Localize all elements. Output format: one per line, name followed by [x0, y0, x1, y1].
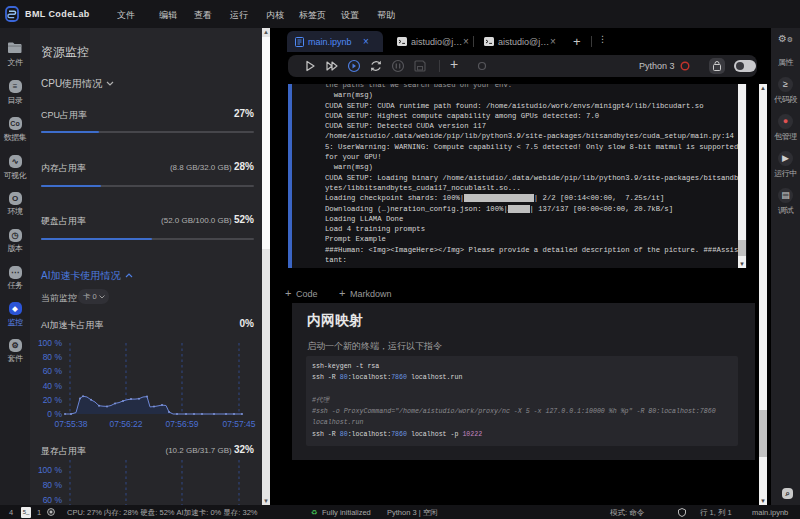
- svg-text:20 %: 20 %: [43, 395, 63, 405]
- svg-text:07:55:38: 07:55:38: [54, 419, 87, 429]
- svg-text:07:57:45: 07:57:45: [222, 419, 255, 429]
- svg-text:07:56:22: 07:56:22: [109, 419, 142, 429]
- svg-text:100 %: 100 %: [38, 338, 63, 348]
- svg-text:100 %: 100 %: [38, 465, 63, 475]
- svg-text:07:56:59: 07:56:59: [165, 419, 198, 429]
- svg-text:80 %: 80 %: [43, 480, 63, 490]
- svg-text:40 %: 40 %: [43, 381, 63, 391]
- svg-text:60 %: 60 %: [43, 495, 63, 505]
- svg-text:0 %: 0 %: [47, 409, 62, 419]
- svg-text:80 %: 80 %: [43, 352, 63, 362]
- svg-text:60 %: 60 %: [43, 366, 63, 376]
